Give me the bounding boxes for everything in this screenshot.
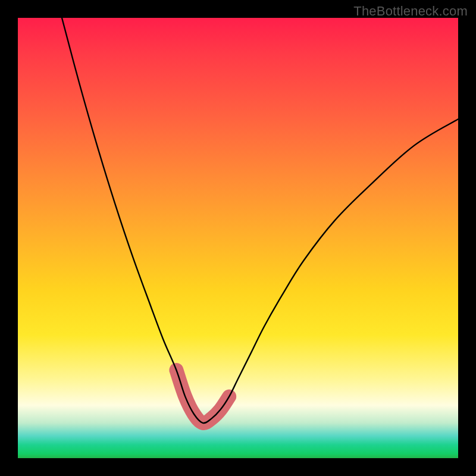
- main-curve-path: [62, 18, 458, 423]
- watermark-text: TheBottleneck.com: [353, 4, 468, 19]
- plot-area: [18, 18, 458, 458]
- curve-layer: [18, 18, 458, 458]
- chart-frame: TheBottleneck.com: [0, 0, 476, 476]
- highlight-band-path: [176, 370, 229, 423]
